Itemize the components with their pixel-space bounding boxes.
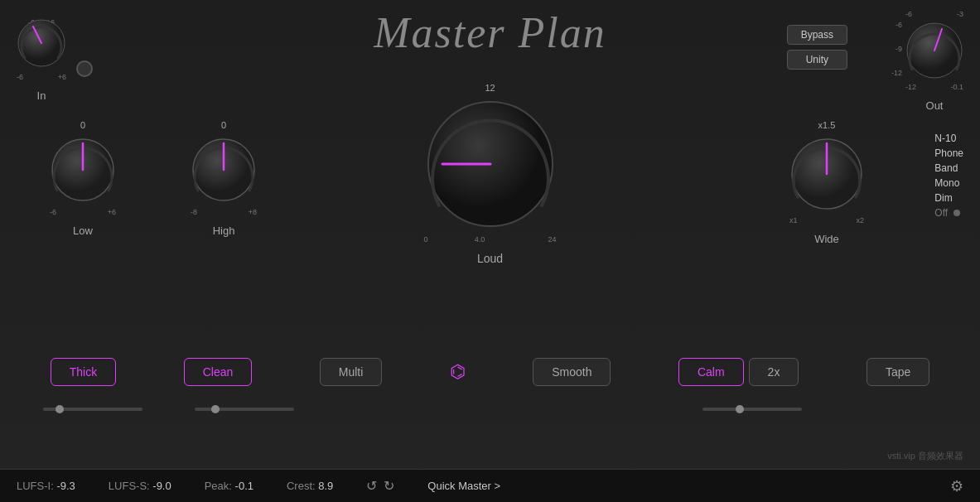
watermark: vsti.vip 音频效果器 xyxy=(887,450,963,462)
out-scale-top-r: -3 xyxy=(957,10,963,18)
lufs-i-label: LUFS-I: xyxy=(17,480,54,492)
out-scale-2: -9 xyxy=(896,45,902,53)
undo-button[interactable]: ↺ xyxy=(366,478,377,494)
crest: Crest: 8.9 xyxy=(287,480,333,492)
wide-label: Wide xyxy=(814,233,839,245)
thick-button[interactable]: Thick xyxy=(51,358,116,386)
tape-button[interactable]: Tape xyxy=(867,358,929,386)
low-value: 0 xyxy=(80,120,85,130)
crest-value: 8.9 xyxy=(318,480,333,492)
wide-min: x1 xyxy=(789,216,798,224)
clean-slider[interactable] xyxy=(195,408,294,411)
thick-slider-thumb[interactable] xyxy=(56,405,64,413)
peak-value: -0.1 xyxy=(235,480,253,492)
wide-value: x1.5 xyxy=(818,120,836,130)
option-off[interactable]: Off xyxy=(934,207,963,219)
peak: Peak: -0.1 xyxy=(205,480,253,492)
low-max: +6 xyxy=(108,208,116,216)
crest-label: Crest: xyxy=(287,480,316,492)
quick-master-arrow: > xyxy=(495,480,501,492)
buttons-row: Thick Clean Multi ⌬ Smooth Calm 2x Tape xyxy=(17,358,963,386)
calm-slider-thumb[interactable] xyxy=(736,405,744,413)
out-scale-top-l: -6 xyxy=(905,10,912,18)
smooth-button[interactable]: Smooth xyxy=(533,358,611,386)
off-dot xyxy=(953,210,960,216)
loud-knob[interactable] xyxy=(424,98,557,230)
undo-redo-area: ↺ ↻ xyxy=(366,478,394,494)
twox-button[interactable]: 2x xyxy=(749,358,799,386)
option-phone[interactable]: Phone xyxy=(934,147,963,159)
app-title: Master Plan xyxy=(374,8,606,57)
bypass-button[interactable]: Bypass xyxy=(787,25,847,45)
option-dim[interactable]: Dim xyxy=(934,192,963,204)
loud-min: 0 xyxy=(424,235,428,244)
high-knob[interactable] xyxy=(191,137,257,203)
lufs-s: LUFS-S: -9.0 xyxy=(109,480,171,492)
in-range-max: +6 xyxy=(58,73,66,81)
lufs-i: LUFS-I: -9.3 xyxy=(17,480,75,492)
option-band[interactable]: Band xyxy=(934,162,963,174)
loud-left-val: 4.0 xyxy=(475,235,485,244)
option-mono[interactable]: Mono xyxy=(934,177,963,189)
settings-icon[interactable]: ⚙ xyxy=(950,477,963,495)
out-scale-3: -12 xyxy=(891,69,902,77)
high-max: +8 xyxy=(249,208,257,216)
high-knob-area: 0 -8 +8 High xyxy=(191,120,257,237)
clean-button[interactable]: Clean xyxy=(184,358,253,386)
low-label: Low xyxy=(73,224,93,237)
in-small-knob[interactable] xyxy=(76,60,93,77)
loud-max: 24 xyxy=(548,235,556,244)
low-knob-area: 0 -6 +6 Lo xyxy=(50,120,116,237)
out-range-min: -12 xyxy=(905,83,916,91)
high-min: -8 xyxy=(191,208,197,216)
bypass-area: Bypass Unity xyxy=(787,25,847,70)
wide-knob[interactable] xyxy=(789,137,864,211)
low-knob[interactable] xyxy=(50,137,116,203)
option-n10[interactable]: N-10 xyxy=(934,133,963,144)
right-options-panel: N-10 Phone Band Mono Dim Off xyxy=(934,133,963,219)
low-min: -6 xyxy=(50,208,56,216)
out-label: Out xyxy=(926,99,944,112)
in-knob-area: -6 +6 xyxy=(17,15,93,102)
quick-master-button[interactable]: Quick Master > xyxy=(427,480,500,492)
out-knob-container: -6 -3 -12 xyxy=(905,10,963,112)
out-val: -0.1 xyxy=(950,83,963,91)
lightning-icon: ⌬ xyxy=(450,361,466,383)
out-scale-1: -6 xyxy=(896,21,902,29)
in-knob[interactable] xyxy=(17,18,66,68)
wide-knob-area: x1.5 x1 x2 xyxy=(789,120,864,245)
status-bar: LUFS-I: -9.3 LUFS-S: -9.0 Peak: -0.1 Cre… xyxy=(0,469,980,502)
in-knob-container: -6 +6 xyxy=(17,15,66,102)
peak-label: Peak: xyxy=(205,480,232,492)
lufs-s-value: -9.0 xyxy=(152,480,171,492)
thick-slider[interactable] xyxy=(43,408,142,411)
main-panel: Master Plan Bypass Unity -6 +6 xyxy=(0,0,980,469)
loud-knob-area: 12 0 4.0 24 xyxy=(424,83,557,265)
in-label: In xyxy=(37,89,46,102)
wide-max: x2 xyxy=(856,216,864,224)
loud-top-value: 12 xyxy=(485,83,495,93)
multi-button[interactable]: Multi xyxy=(320,358,383,386)
out-knob[interactable] xyxy=(905,22,963,80)
in-range-min: -6 xyxy=(17,73,23,81)
sliders-row xyxy=(17,408,963,411)
redo-button[interactable]: ↻ xyxy=(384,478,394,494)
loud-label: Loud xyxy=(477,252,503,265)
quick-master-label: Quick Master xyxy=(427,480,491,492)
high-value: 0 xyxy=(221,120,226,130)
lufs-i-value: -9.3 xyxy=(56,480,75,492)
unity-button[interactable]: Unity xyxy=(787,50,847,70)
clean-slider-thumb[interactable] xyxy=(211,405,220,413)
calm-slider[interactable] xyxy=(702,408,802,411)
lufs-s-label: LUFS-S: xyxy=(109,480,150,492)
high-label: High xyxy=(213,224,235,237)
calm-button[interactable]: Calm xyxy=(678,358,744,386)
out-area: -6 -9 -12 -6 -3 xyxy=(891,10,963,112)
